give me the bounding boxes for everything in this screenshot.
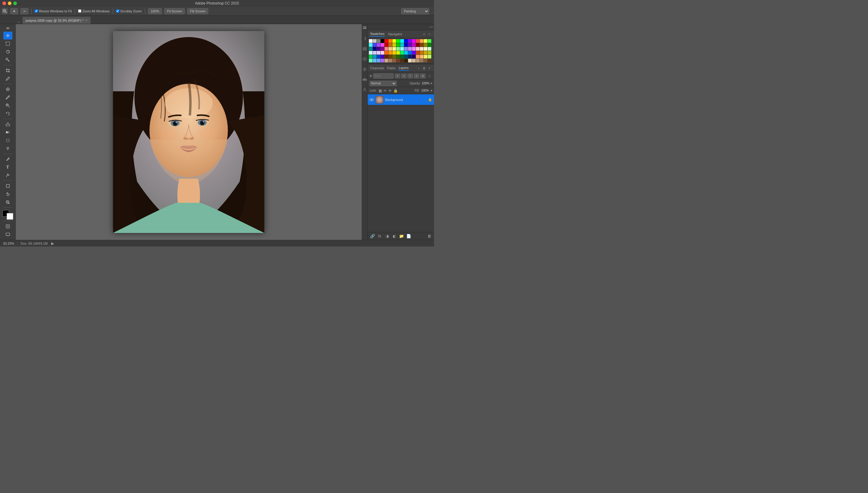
adj-layer-btn[interactable]: ◐ — [392, 234, 397, 239]
background-color[interactable] — [7, 213, 13, 220]
swatch-color[interactable] — [420, 59, 424, 62]
swatch-color[interactable] — [420, 43, 424, 47]
swatch-color[interactable] — [400, 59, 404, 62]
swatch-color[interactable] — [389, 47, 392, 51]
swatch-color[interactable] — [420, 55, 424, 59]
swatch-color[interactable] — [416, 39, 419, 43]
swatch-color[interactable] — [381, 55, 384, 59]
filter-pixel-btn[interactable]: P — [395, 73, 400, 78]
swatch-color[interactable] — [385, 51, 388, 55]
layer-visibility-eye[interactable] — [369, 98, 374, 102]
swatch-color[interactable] — [408, 55, 412, 59]
swatch-color[interactable] — [381, 51, 384, 55]
delete-layer-bottom-btn[interactable]: 🗑 — [427, 234, 432, 239]
swatch-color[interactable] — [416, 55, 419, 59]
maximize-button[interactable] — [13, 1, 17, 5]
new-group-btn[interactable]: 📁 — [399, 234, 404, 239]
new-layer-bottom-btn[interactable]: 📄 — [406, 234, 411, 239]
navigator-tab[interactable]: Navigator — [388, 31, 403, 37]
fit-screen-button[interactable]: Fit Screen — [164, 8, 185, 14]
channels-tab[interactable]: Channels — [370, 66, 384, 70]
swatch-color[interactable] — [404, 51, 408, 55]
layer-kind-filter[interactable] — [373, 73, 394, 79]
blend-mode-select[interactable]: Normal Dissolve Multiply Screen Overlay — [369, 81, 397, 86]
path-select-button[interactable] — [3, 171, 13, 179]
swatch-color[interactable] — [408, 47, 412, 51]
quick-mask-button[interactable] — [3, 222, 13, 230]
swatch-color[interactable] — [377, 59, 381, 62]
swatch-color[interactable] — [369, 59, 372, 62]
swatch-color[interactable] — [373, 59, 376, 62]
crop-tool-button[interactable] — [3, 67, 13, 74]
zoom-tool-icon[interactable] — [2, 8, 8, 14]
swatch-color[interactable] — [369, 47, 372, 51]
filter-type-btn[interactable]: T — [408, 73, 413, 78]
swatch-color[interactable] — [392, 59, 396, 62]
swatch-color[interactable] — [408, 43, 412, 47]
shape-tool-button[interactable] — [3, 182, 13, 190]
swatch-color[interactable] — [428, 39, 431, 43]
swatch-color[interactable] — [404, 59, 408, 62]
marquee-tool-button[interactable] — [3, 40, 13, 48]
link-layers-btn[interactable]: 🔗 — [370, 234, 375, 239]
panel-icon-3d[interactable] — [362, 57, 367, 62]
panel-icon-circle[interactable] — [362, 67, 367, 72]
swatch-color[interactable] — [424, 47, 427, 51]
zoom-out-button[interactable]: − — [21, 8, 28, 14]
swatch-color[interactable] — [392, 51, 396, 55]
swatch-color[interactable] — [404, 55, 408, 59]
swatch-color[interactable] — [385, 59, 388, 62]
swatch-color[interactable] — [412, 39, 416, 43]
layers-menu-btn[interactable]: ≡ — [427, 66, 432, 70]
swatch-color[interactable] — [404, 47, 408, 51]
panel-icon-adjustments[interactable] — [362, 77, 367, 82]
new-layer-btn[interactable]: + — [416, 66, 421, 70]
swatch-color[interactable] — [369, 43, 372, 47]
swatch-color[interactable] — [392, 43, 396, 47]
swatch-color[interactable] — [408, 59, 412, 62]
swatch-color[interactable] — [385, 43, 388, 47]
clone-tool-button[interactable] — [3, 102, 13, 109]
zoom-in-button[interactable]: + — [10, 8, 18, 14]
swatch-color[interactable] — [381, 43, 384, 47]
swatch-color[interactable] — [428, 51, 431, 55]
text-tool-button[interactable]: T — [3, 163, 13, 171]
swatch-color[interactable] — [389, 39, 392, 43]
document-tab[interactable]: justyna-1838 copy @ 33.3% (RGB/8°) * × — [22, 17, 91, 24]
eraser-button[interactable] — [3, 120, 13, 128]
swatch-color[interactable] — [373, 47, 376, 51]
fill-screen-button[interactable]: Fill Screen — [187, 8, 208, 14]
swatch-color[interactable] — [373, 51, 376, 55]
workspace-select[interactable]: Painting Essentials Photography — [401, 8, 429, 14]
layer-mask-btn[interactable]: ◑ — [385, 234, 389, 239]
lock-transparent-btn[interactable]: ▦ — [378, 89, 382, 93]
status-arrow-btn[interactable]: ▶ — [51, 241, 54, 245]
move-tool-button[interactable] — [3, 31, 13, 40]
gradient-button[interactable] — [3, 128, 13, 136]
swatch-color[interactable] — [385, 55, 388, 59]
zoom-percent-button[interactable]: 100% — [148, 8, 162, 14]
brush-tool-button[interactable] — [3, 93, 13, 101]
zoom-all-checkbox[interactable]: Zoom All Windows — [78, 9, 109, 13]
swatch-color[interactable] — [369, 51, 372, 55]
toolbar-collapse[interactable]: ◀▶ — [3, 25, 13, 31]
swatch-color[interactable] — [416, 51, 419, 55]
swatch-color[interactable] — [385, 39, 388, 43]
swatch-color[interactable] — [424, 51, 427, 55]
dodge-button[interactable] — [3, 145, 13, 152]
swatch-color[interactable] — [389, 43, 392, 47]
swatch-color[interactable] — [377, 43, 381, 47]
blur-button[interactable] — [3, 136, 13, 144]
swatch-color[interactable] — [416, 59, 419, 62]
lock-position-btn[interactable]: ✛ — [389, 89, 391, 93]
layer-item-background[interactable]: Background 🔒 — [368, 94, 434, 105]
lock-image-btn[interactable]: ✏ — [384, 89, 387, 93]
swatch-color[interactable] — [385, 47, 388, 51]
swatch-color[interactable] — [404, 39, 408, 43]
swatch-color[interactable] — [412, 43, 416, 47]
scrubby-zoom-checkbox[interactable]: Scrubby Zoom — [116, 9, 142, 13]
swatch-color[interactable] — [389, 59, 392, 62]
lock-all-btn[interactable]: 🔒 — [393, 89, 398, 93]
swatch-color[interactable] — [424, 43, 427, 47]
filter-shape-btn[interactable]: S — [414, 73, 419, 78]
